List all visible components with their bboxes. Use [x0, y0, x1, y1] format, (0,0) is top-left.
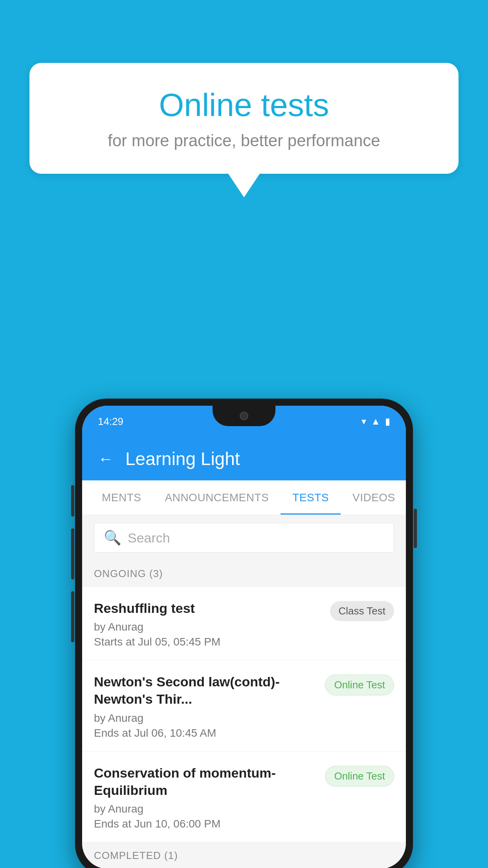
test-item-newtons-title: Newton's Second law(contd)-Newton's Thir…	[94, 673, 317, 708]
test-badge-online-2: Online Test	[325, 766, 394, 787]
battery-icon: ▮	[385, 416, 390, 427]
notch	[213, 406, 275, 426]
test-item-conservation-author: by Anurag	[94, 803, 317, 815]
signal-icon: ▲	[371, 416, 380, 427]
phone-mockup: 14:29 ▾ ▲ ▮ ← Learning Light MENTS ANNOU…	[75, 399, 413, 868]
tabs-bar: MENTS ANNOUNCEMENTS TESTS VIDEOS	[82, 480, 406, 515]
speech-bubble-container: Online tests for more practice, better p…	[29, 63, 459, 197]
search-placeholder-text: Search	[128, 530, 170, 546]
app-title: Learning Light	[125, 448, 240, 469]
app-header: ← Learning Light	[82, 437, 406, 480]
status-icons: ▾ ▲ ▮	[361, 416, 390, 427]
camera	[240, 412, 248, 420]
tab-announcements[interactable]: ANNOUNCEMENTS	[153, 480, 281, 515]
test-item-reshuffling-author: by Anurag	[94, 621, 322, 633]
phone-outer: 14:29 ▾ ▲ ▮ ← Learning Light MENTS ANNOU…	[75, 399, 413, 868]
status-time: 14:29	[98, 416, 123, 428]
test-badge-class: Class Test	[330, 601, 394, 621]
test-item-reshuffling-date: Starts at Jul 05, 05:45 PM	[94, 636, 322, 648]
search-container: 🔍 Search	[82, 515, 406, 561]
speech-bubble-title: Online tests	[61, 86, 427, 123]
test-item-newtons-date: Ends at Jul 06, 10:45 AM	[94, 727, 317, 739]
power-button	[414, 509, 417, 548]
phone-screen: 14:29 ▾ ▲ ▮ ← Learning Light MENTS ANNOU…	[82, 406, 406, 868]
speech-bubble-tail	[228, 174, 260, 197]
search-icon: 🔍	[104, 530, 121, 546]
speech-bubble: Online tests for more practice, better p…	[29, 63, 459, 174]
volume-down-button	[71, 528, 74, 579]
test-item-newtons[interactable]: Newton's Second law(contd)-Newton's Thir…	[82, 660, 406, 751]
volume-up-button	[71, 485, 74, 517]
test-item-conservation-title: Conservation of momentum-Equilibrium	[94, 764, 317, 799]
test-item-newtons-author: by Anurag	[94, 712, 317, 725]
search-bar[interactable]: 🔍 Search	[94, 523, 394, 553]
test-item-newtons-content: Newton's Second law(contd)-Newton's Thir…	[94, 673, 325, 739]
tab-tests[interactable]: TESTS	[281, 480, 341, 515]
ongoing-section-label: ONGOING (3)	[82, 561, 406, 587]
test-item-conservation-content: Conservation of momentum-Equilibrium by …	[94, 764, 325, 830]
wifi-icon: ▾	[361, 416, 366, 427]
completed-section-label: COMPLETED (1)	[82, 842, 406, 868]
test-item-conservation[interactable]: Conservation of momentum-Equilibrium by …	[82, 752, 406, 842]
speech-bubble-subtitle: for more practice, better performance	[61, 131, 427, 150]
test-item-reshuffling-content: Reshuffling test by Anurag Starts at Jul…	[94, 600, 330, 648]
back-button[interactable]: ←	[98, 450, 114, 468]
status-bar: 14:29 ▾ ▲ ▮	[82, 406, 406, 437]
test-item-reshuffling-title: Reshuffling test	[94, 600, 322, 617]
test-item-conservation-date: Ends at Jun 10, 06:00 PM	[94, 818, 317, 830]
test-item-reshuffling[interactable]: Reshuffling test by Anurag Starts at Jul…	[82, 587, 406, 660]
tab-videos[interactable]: VIDEOS	[341, 480, 406, 515]
silent-button	[71, 591, 74, 642]
tab-ments[interactable]: MENTS	[90, 480, 153, 515]
test-badge-online-1: Online Test	[325, 675, 394, 695]
